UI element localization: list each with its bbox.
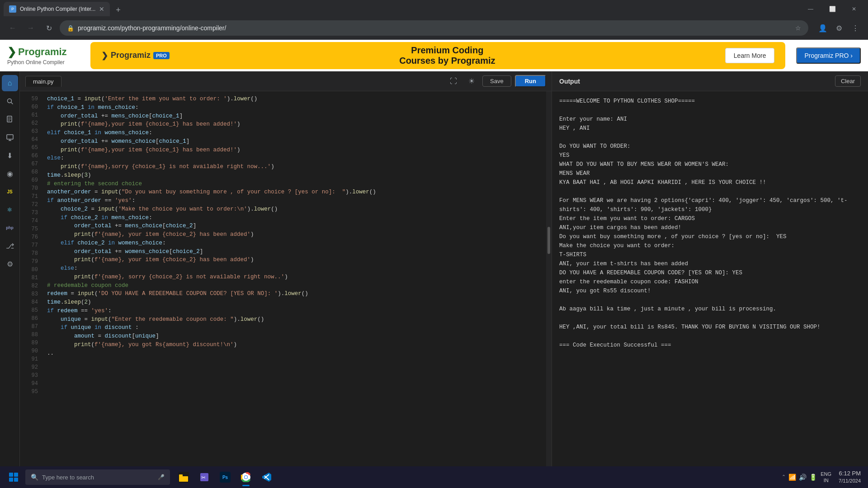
- sidebar-icon-download[interactable]: ⬇: [2, 147, 18, 164]
- menu-icon[interactable]: ⋮: [848, 21, 863, 35]
- banner-pro-badge: PRO: [153, 52, 170, 59]
- banner-title-line2: Courses by Programiz: [177, 56, 718, 66]
- editor-area: main.py ⛶ ☀ Save Run 5960616263646566676…: [20, 71, 552, 466]
- app-content: ❯ Programiz Python Online Compiler ❯ Pro…: [0, 40, 868, 466]
- ide-layout: ⌂ ⬇ ◉ JS ⚛ php ⎇ ⚙ main.py ⛶ ☀: [0, 71, 868, 466]
- lang-text: ENG: [821, 471, 831, 477]
- close-button[interactable]: ✕: [844, 2, 864, 16]
- code-editor[interactable]: choice_1 = input('Enter the item you wan…: [42, 91, 546, 466]
- browser-chrome: P Online Python Compiler (Inter... ✕ + —…: [0, 0, 868, 40]
- output-header: Output Clear: [552, 71, 868, 91]
- photoshop-icon: Ps: [220, 472, 231, 483]
- start-button[interactable]: [4, 467, 24, 487]
- taskbar-app-snipping[interactable]: ✂: [194, 467, 214, 487]
- network-icon[interactable]: 📶: [788, 474, 796, 481]
- window-controls: — ⬜ ✕: [800, 2, 868, 16]
- taskbar-app-chrome[interactable]: [236, 467, 256, 487]
- taskbar-search-icon: 🔍: [31, 474, 38, 481]
- sidebar-icon-files[interactable]: [2, 111, 18, 127]
- battery-icon[interactable]: 🔋: [809, 474, 817, 481]
- sidebar-icon-circle[interactable]: ◉: [2, 165, 18, 182]
- address-bar[interactable]: 🔒 programiz.com/python-programming/onlin…: [60, 20, 808, 36]
- editor-scroll-thumb[interactable]: [547, 227, 550, 254]
- extensions-icon[interactable]: ⚙: [832, 21, 846, 35]
- sidebar-icon-settings[interactable]: ⚙: [2, 256, 18, 272]
- sidebar-icon-git[interactable]: ⎇: [2, 238, 18, 254]
- address-bar-row: ← → ↻ 🔒 programiz.com/python-programming…: [0, 16, 868, 40]
- sidebar-icon-home[interactable]: ⌂: [2, 75, 18, 91]
- theme-icon[interactable]: ☀: [464, 74, 479, 89]
- url-text: programiz.com/python-programming/online-…: [78, 24, 226, 32]
- output-title: Output: [559, 78, 835, 85]
- region-text: IN: [821, 477, 831, 483]
- new-tab-button[interactable]: +: [112, 4, 124, 16]
- refresh-button[interactable]: ↻: [42, 21, 56, 35]
- clear-button[interactable]: Clear: [835, 75, 861, 87]
- bookmark-icon[interactable]: ☆: [795, 24, 801, 32]
- system-clock[interactable]: 6:12 PM 7/11/2024: [835, 469, 864, 485]
- taskbar-app-fileexplorer[interactable]: [174, 467, 193, 487]
- chrome-icon: [241, 472, 251, 483]
- banner-logo: ❯ Programiz PRO: [101, 51, 170, 61]
- tab-close-button[interactable]: ✕: [99, 5, 104, 13]
- taskbar-right: ⌃ 📶 🔊 🔋 ENG IN 6:12 PM 7/11/2024: [782, 469, 864, 485]
- profile-icon[interactable]: 👤: [816, 21, 830, 35]
- programiz-pro-button[interactable]: Programiz PRO ›: [796, 47, 861, 64]
- promo-banner: ❯ Programiz PRO Premium Coding Courses b…: [90, 42, 785, 69]
- taskbar-search-text: Type here to search: [42, 474, 94, 481]
- tab-title: Online Python Compiler (Inter...: [20, 6, 95, 12]
- clock-time: 6:12 PM: [839, 469, 861, 478]
- line-numbers: 5960616263646566676869707172737475767778…: [20, 91, 42, 466]
- logo: ❯ Programiz: [7, 46, 80, 58]
- minimize-button[interactable]: —: [800, 2, 821, 16]
- browser-tab-active[interactable]: P Online Python Compiler (Inter... ✕: [4, 2, 110, 16]
- run-button[interactable]: Run: [515, 75, 546, 87]
- banner-title-line1: Premium Coding: [177, 45, 718, 56]
- language-indicator: ENG IN: [821, 471, 831, 484]
- svg-rect-6: [7, 135, 13, 139]
- forward-button[interactable]: →: [24, 21, 38, 35]
- clock-date: 7/11/2024: [839, 478, 861, 484]
- editor-scrollbar[interactable]: [546, 91, 552, 466]
- banner-text: Premium Coding Courses by Programiz: [177, 45, 718, 66]
- back-button[interactable]: ←: [5, 21, 20, 35]
- browser-actions: 👤 ⚙ ⋮: [816, 21, 863, 35]
- sidebar-icon-search[interactable]: [2, 93, 18, 109]
- editor-code: 5960616263646566676869707172737475767778…: [20, 91, 552, 466]
- vscode-icon: [261, 472, 272, 483]
- sidebar-icon-react[interactable]: ⚛: [2, 202, 18, 218]
- taskbar-apps: ✂ Ps: [174, 467, 277, 487]
- left-sidebar: ⌂ ⬇ ◉ JS ⚛ php ⎇ ⚙: [0, 71, 20, 466]
- taskbar: 🔍 Type here to search 🎤 ✂ Ps: [0, 466, 868, 488]
- top-header: ❯ Programiz Python Online Compiler ❯ Pro…: [0, 40, 868, 71]
- address-bar-right: ☆: [795, 24, 801, 32]
- tray-chevron[interactable]: ⌃: [782, 474, 786, 480]
- file-explorer-icon: [178, 472, 189, 483]
- mic-icon[interactable]: 🎤: [158, 474, 165, 480]
- svg-line-1: [11, 103, 13, 104]
- learn-more-button[interactable]: Learn More: [725, 48, 775, 63]
- svg-point-16: [245, 476, 247, 479]
- taskbar-app-vscode[interactable]: [257, 467, 277, 487]
- sidebar-icon-php[interactable]: php: [2, 220, 18, 236]
- output-area: Output Clear =====WELCOME TO PYTHON CLOT…: [552, 71, 868, 466]
- snipping-tool-icon: ✂: [199, 472, 210, 483]
- output-content: =====WELCOME TO PYTHON CLOTHES SHOP=====…: [552, 91, 868, 466]
- volume-icon[interactable]: 🔊: [799, 474, 807, 481]
- sidebar-icon-js[interactable]: JS: [2, 183, 18, 200]
- file-tab-main[interactable]: main.py: [25, 76, 61, 87]
- editor-toolbar: main.py ⛶ ☀ Save Run: [20, 71, 552, 91]
- logo-subtitle: Python Online Compiler: [7, 59, 80, 66]
- sidebar-icon-tutorial[interactable]: [2, 129, 18, 145]
- taskbar-app-photoshop[interactable]: Ps: [215, 467, 235, 487]
- svg-rect-10: [179, 476, 188, 482]
- save-button[interactable]: Save: [482, 75, 511, 87]
- svg-text:✂: ✂: [201, 474, 206, 481]
- banner-logo-text: Programiz: [111, 51, 151, 60]
- logo-area: ❯ Programiz Python Online Compiler: [7, 46, 80, 66]
- taskbar-search[interactable]: 🔍 Type here to search 🎤: [25, 469, 170, 485]
- expand-icon[interactable]: ⛶: [446, 74, 461, 89]
- maximize-button[interactable]: ⬜: [822, 2, 843, 16]
- windows-icon: [9, 473, 18, 482]
- tab-bar: P Online Python Compiler (Inter... ✕ + —…: [0, 0, 868, 16]
